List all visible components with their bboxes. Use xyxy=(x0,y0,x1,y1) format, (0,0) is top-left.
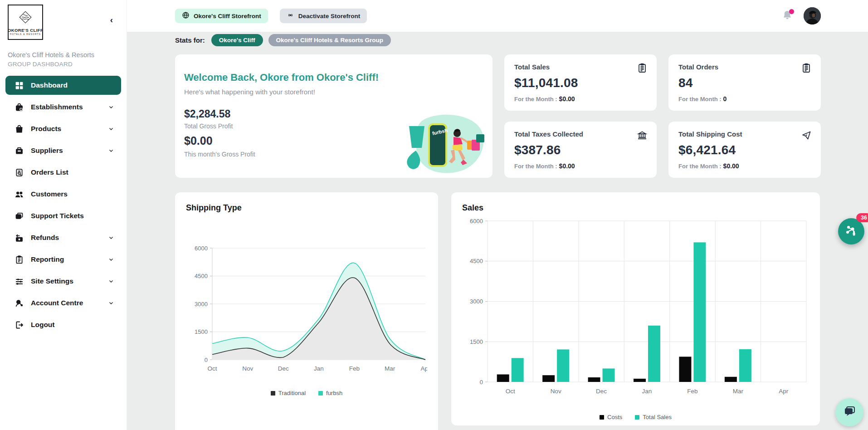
welcome-subtitle: Here's what happening with your storefro… xyxy=(184,88,315,96)
legend-swatch xyxy=(635,415,639,420)
chevron-down-icon xyxy=(108,148,114,153)
sidebar-item-orders-list[interactable]: Orders List xyxy=(5,163,121,182)
stat-card-total-taxes-collected: Total Taxes Collected$387.86For the Mont… xyxy=(504,122,657,178)
stat-card-title: Total Orders xyxy=(678,63,811,71)
storefront-illustration: furbsh xyxy=(396,112,485,177)
logout-icon xyxy=(15,320,24,330)
sidebar-item-account-centre[interactable]: Account Centre xyxy=(5,293,121,313)
notification-dot xyxy=(789,9,794,14)
clipboard-icon xyxy=(801,63,812,73)
chevron-down-icon xyxy=(108,300,114,306)
stat-card-value: 84 xyxy=(678,76,811,90)
shipping-type-card: Shipping Type 01500300045006000OctNovDec… xyxy=(175,192,438,430)
sidebar-item-label: Support Tickets xyxy=(31,212,84,220)
sales-legend: CostsTotal Sales xyxy=(462,414,809,420)
account-centre-icon xyxy=(15,298,24,308)
stat-card-value: $387.86 xyxy=(514,143,647,157)
logo-diamond-icon xyxy=(18,10,33,27)
svg-text:Nov: Nov xyxy=(242,365,253,372)
sidebar-item-label: Dashboard xyxy=(31,81,68,89)
deactivate-storefront-button[interactable]: Deactivate Storefront xyxy=(280,9,367,23)
svg-text:Mar: Mar xyxy=(733,388,744,395)
svg-text:4500: 4500 xyxy=(470,258,483,264)
svg-text:Feb: Feb xyxy=(349,365,360,372)
svg-text:3000: 3000 xyxy=(470,298,483,305)
chevron-down-icon xyxy=(108,257,114,262)
sidebar-item-label: Account Centre xyxy=(31,299,83,307)
sidebar-item-label: Suppliers xyxy=(31,147,63,155)
suppliers-icon xyxy=(15,146,24,156)
chevron-down-icon xyxy=(108,104,114,110)
notifications-bell-icon[interactable] xyxy=(782,10,793,22)
sidebar-item-site-settings[interactable]: Site Settings xyxy=(5,272,121,291)
customers-icon xyxy=(15,190,24,199)
month-gross-profit-label: This month's Gross Profit xyxy=(184,151,255,158)
reporting-icon xyxy=(15,255,24,264)
stats-filter-group[interactable]: Okore's Cliff Hotels & Resorts Group xyxy=(268,34,391,46)
sidebar-item-label: Reporting xyxy=(31,255,64,264)
svg-text:Apr: Apr xyxy=(779,388,789,395)
month-gross-profit-value: $0.00 xyxy=(184,134,213,147)
stat-card-title: Total Shipping Cost xyxy=(678,130,811,138)
chevron-down-icon xyxy=(108,279,114,284)
support-tickets-icon xyxy=(15,211,24,221)
fab-count-badge: 36 xyxy=(856,213,868,222)
orders-list-icon xyxy=(15,168,24,177)
chevron-down-icon xyxy=(108,235,114,240)
stat-card-total-shipping-cost: Total Shipping Cost$6,421.64For the Mont… xyxy=(668,122,821,178)
products-icon xyxy=(15,124,24,134)
content-area: Stats for: Okore's Cliff Okore's Cliff H… xyxy=(127,32,868,430)
sidebar-item-refunds[interactable]: Refunds xyxy=(5,228,121,247)
shipping-type-legend: Traditionalfurbsh xyxy=(186,390,427,396)
svg-text:0: 0 xyxy=(205,357,208,363)
sidebar-item-support-tickets[interactable]: Support Tickets xyxy=(5,206,121,225)
svg-text:Dec: Dec xyxy=(596,388,607,395)
org-subtitle: GROUP DASHBOARD xyxy=(8,61,119,68)
sales-title: Sales xyxy=(462,203,809,213)
sidebar-item-label: Customers xyxy=(31,190,68,198)
svg-text:Apr: Apr xyxy=(420,365,427,372)
legend-label: furbsh xyxy=(326,390,342,396)
sidebar-item-establishments[interactable]: Establishments xyxy=(5,98,121,117)
stat-card-total-sales: Total Sales$11,041.08For the Month :$0.0… xyxy=(504,54,657,111)
bank-icon xyxy=(637,130,648,141)
sidebar-item-products[interactable]: Products xyxy=(5,119,121,138)
clipboard-icon xyxy=(637,63,648,73)
plane-icon xyxy=(801,130,812,141)
storefront-button[interactable]: Okore's Cliff Storefront xyxy=(175,9,268,23)
sidebar-item-dashboard[interactable]: Dashboard xyxy=(5,76,121,95)
svg-text:Jan: Jan xyxy=(314,365,324,372)
svg-text:Dec: Dec xyxy=(278,365,289,372)
top-grid: Welcome Back, Okore from Okore's Cliff! … xyxy=(175,54,821,178)
legend-swatch xyxy=(271,391,275,396)
main-area: Okore's Cliff Storefront Deactivate Stor… xyxy=(127,0,868,430)
org-block: Okore's Cliff Hotels & Resorts GROUP DAS… xyxy=(8,51,119,68)
stat-card-value: $6,421.64 xyxy=(678,143,811,157)
stat-card-month: For the Month :$0.00 xyxy=(514,95,647,103)
company-logo: OKORE'S CLIFF HOTELS & RESORTS xyxy=(8,5,43,40)
refunds-icon xyxy=(15,233,24,243)
sidebar-item-reporting[interactable]: Reporting xyxy=(5,250,121,269)
welcome-title: Welcome Back, Okore from Okore's Cliff! xyxy=(184,72,379,83)
org-name: Okore's Cliff Hotels & Resorts xyxy=(8,51,119,60)
stat-card-title: Total Sales xyxy=(514,63,647,71)
stats-filter-okores-cliff[interactable]: Okore's Cliff xyxy=(211,34,263,46)
sales-card: Sales 01500300045006000OctNovDecJanFebMa… xyxy=(451,192,820,425)
svg-text:Nov: Nov xyxy=(551,388,561,395)
svg-text:6000: 6000 xyxy=(195,245,208,252)
sidebar-item-suppliers[interactable]: Suppliers xyxy=(5,141,121,160)
svg-text:6000: 6000 xyxy=(470,218,483,225)
establishments-icon xyxy=(15,103,24,112)
sidebar-item-logout[interactable]: Logout xyxy=(5,315,121,334)
collapse-sidebar-icon[interactable]: ‹ xyxy=(110,15,113,24)
share-bell-icon xyxy=(844,224,858,239)
stat-card-title: Total Taxes Collected xyxy=(514,130,647,138)
integrations-fab-button[interactable]: 36 xyxy=(838,218,864,244)
chat-widget-button[interactable] xyxy=(835,398,863,426)
charts-row: Shipping Type 01500300045006000OctNovDec… xyxy=(175,192,821,430)
sidebar-item-customers[interactable]: Customers xyxy=(5,185,121,204)
logo-text-line1: OKORE'S CLIFF xyxy=(8,28,43,33)
sidebar-item-label: Refunds xyxy=(31,234,59,242)
user-avatar[interactable] xyxy=(804,7,821,24)
sidebar-item-label: Products xyxy=(31,125,61,133)
